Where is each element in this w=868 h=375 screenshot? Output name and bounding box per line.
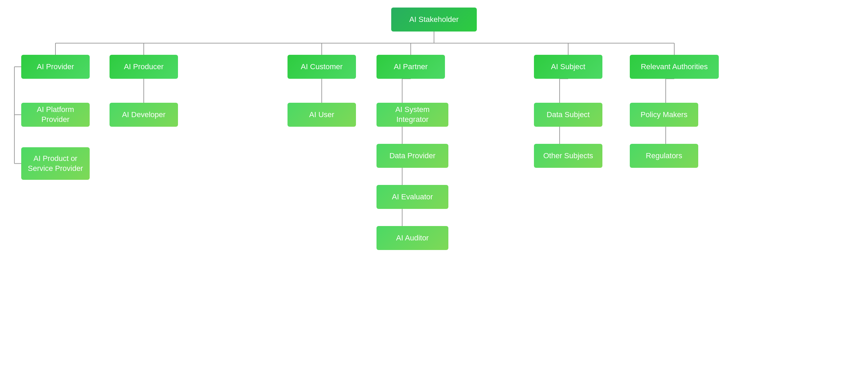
org-chart: AI StakeholderAI ProviderAI ProducerAI C… (0, 0, 868, 375)
node-system_integrator: AI System Integrator (376, 103, 448, 127)
node-user: AI User (288, 103, 356, 127)
node-evaluator: AI Evaluator (376, 185, 448, 209)
node-other_subjects: Other Subjects (534, 144, 602, 168)
node-auditor: AI Auditor (376, 226, 448, 250)
node-product_provider: AI Product orService Provider (21, 147, 90, 180)
node-producer: AI Producer (110, 55, 178, 79)
node-subject: AI Subject (534, 55, 602, 79)
node-partner: AI Partner (376, 55, 445, 79)
node-regulators: Regulators (630, 144, 698, 168)
node-data_provider: Data Provider (376, 144, 448, 168)
node-provider: AI Provider (21, 55, 90, 79)
node-developer: AI Developer (110, 103, 178, 127)
node-root: AI Stakeholder (391, 8, 477, 32)
node-policy_makers: Policy Makers (630, 103, 698, 127)
node-data_subject: Data Subject (534, 103, 602, 127)
node-authorities: Relevant Authorities (630, 55, 719, 79)
node-customer: AI Customer (288, 55, 356, 79)
node-platform_provider: AI Platform Provider (21, 103, 90, 127)
